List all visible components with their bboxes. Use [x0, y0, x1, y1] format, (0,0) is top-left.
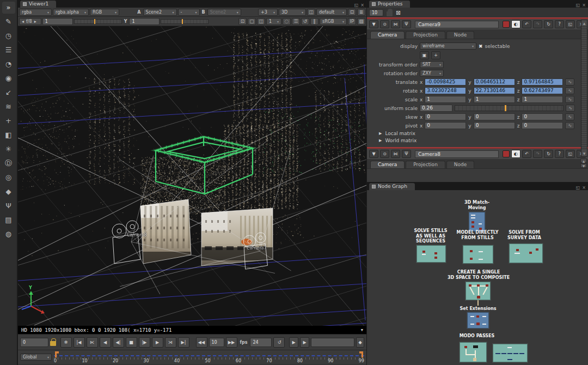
- toolsets-icon[interactable]: Ψ: [2, 200, 15, 212]
- merge-icon[interactable]: ≋: [2, 101, 15, 113]
- file-icon[interactable]: ▣: [420, 51, 429, 59]
- scanlines-icon[interactable]: ☰: [292, 18, 300, 25]
- close-pane-icon[interactable]: ×: [582, 185, 586, 190]
- loop-mode-button[interactable]: ↺: [273, 337, 285, 348]
- info-menu-arrow-icon[interactable]: ▼: [361, 328, 363, 332]
- fast-forward-button[interactable]: ▶▶: [226, 337, 237, 348]
- deep-icon[interactable]: Ⓓ: [2, 157, 15, 169]
- flipbook-selected-button[interactable]: ▶: [300, 337, 309, 348]
- wrench-icon[interactable]: Ψ: [402, 150, 411, 158]
- tab-projection[interactable]: Projection: [406, 161, 445, 168]
- help-icon[interactable]: ?: [555, 20, 564, 28]
- stamp-icon[interactable]: ◫: [307, 9, 315, 16]
- frame-range-dropdown[interactable]: Global: [20, 354, 52, 361]
- play-button[interactable]: ▶: [152, 337, 163, 348]
- scroll-down-icon[interactable]: ▼: [581, 150, 587, 156]
- node-thumbnail-modo-passes-1[interactable]: [460, 342, 487, 362]
- channel-icon[interactable]: ☰: [2, 44, 15, 56]
- pivot-z-field[interactable]: 0: [522, 122, 563, 129]
- draw-icon[interactable]: ✎: [2, 16, 15, 28]
- scroll-down-icon[interactable]: ▼: [580, 163, 587, 168]
- collapse-icon[interactable]: ▼: [369, 20, 378, 28]
- spin-left-icon[interactable]: ◂: [22, 19, 24, 24]
- tab-node-graph[interactable]: Node Graph: [369, 183, 415, 190]
- other-icon[interactable]: ▤: [2, 214, 15, 226]
- fps-field[interactable]: 24: [250, 338, 272, 347]
- proxy-dropdown[interactable]: 1: [266, 18, 281, 25]
- skew-x-field[interactable]: 0: [425, 113, 466, 120]
- metadata-icon[interactable]: ◆: [2, 186, 15, 198]
- node-thumbnail-match-moving[interactable]: [469, 212, 485, 232]
- world-matrix-row[interactable]: ▶ World matrix: [379, 138, 575, 143]
- skew-z-field[interactable]: 0: [522, 113, 563, 120]
- pivot-curve-icon[interactable]: ∿: [565, 122, 574, 129]
- revert-icon[interactable]: ↻: [544, 20, 553, 28]
- gamma-slider[interactable]: [161, 19, 209, 24]
- viewer-process-dropdown[interactable]: default: [316, 9, 347, 16]
- clear-panels-icon[interactable]: ⊠: [396, 9, 401, 16]
- gain-preset-dropdown[interactable]: +3: [258, 9, 278, 16]
- tab-node[interactable]: Node: [446, 31, 475, 39]
- lock-panels-icon[interactable]: [387, 11, 393, 16]
- skew-y-field[interactable]: 0: [474, 113, 515, 120]
- aperture-stepper[interactable]: ◂ f/8 ▸: [19, 18, 41, 25]
- scale-z-field[interactable]: 1: [522, 96, 563, 103]
- uniform-scale-curve-icon[interactable]: ∿: [566, 105, 575, 112]
- swatch-icon[interactable]: ⋈: [391, 20, 400, 28]
- spin-right-icon[interactable]: ▸: [34, 19, 36, 24]
- rotate-y-field[interactable]: 22.7130146: [474, 87, 515, 94]
- scroll-up-icon[interactable]: ▲: [580, 159, 587, 163]
- layout-icon[interactable]: ≣: [357, 9, 365, 16]
- display-dropdown[interactable]: wireframe: [420, 42, 476, 50]
- close-pane-icon[interactable]: ×: [360, 3, 364, 8]
- rotate-curve-icon[interactable]: ∿: [565, 87, 574, 94]
- revert-icon[interactable]: ↻: [544, 150, 553, 158]
- color-icon[interactable]: ◔: [2, 58, 15, 70]
- hatch-icon[interactable]: ▨: [357, 18, 365, 25]
- goto-end-button[interactable]: ▶|: [178, 337, 189, 348]
- center-node-icon[interactable]: ⊙: [380, 20, 389, 28]
- render-range-field[interactable]: [311, 338, 354, 347]
- scroll-up-icon[interactable]: ▲: [581, 20, 587, 26]
- pivot-x-field[interactable]: 0: [425, 122, 466, 129]
- wipe-mode-dropdown[interactable]: -: [178, 9, 200, 16]
- scale-curve-icon[interactable]: ∿: [565, 96, 574, 103]
- close-pane-icon[interactable]: ×: [582, 3, 586, 8]
- select-box-icon[interactable]: ⊡: [238, 18, 247, 25]
- float-pane-icon[interactable]: ◱: [576, 3, 580, 8]
- goto-start-button[interactable]: |◀: [74, 337, 85, 348]
- postage-stamp-icon[interactable]: ◐: [511, 20, 520, 28]
- panel-icon[interactable]: »: [2, 2, 15, 14]
- tab-properties[interactable]: Properties: [369, 1, 410, 8]
- colorspace-dropdown[interactable]: sRGB: [320, 18, 347, 25]
- expand-icon[interactable]: ▶: [379, 131, 382, 136]
- node-thumbnail-solve-survey[interactable]: [509, 244, 543, 263]
- prev-keyframe-button[interactable]: ⋉: [87, 337, 98, 348]
- node-graph-canvas[interactable]: 3D Match- Moving SOLVE STILLS AS WELL AS…: [367, 190, 588, 364]
- node-color-chip[interactable]: [503, 150, 510, 157]
- collapse-icon[interactable]: ▼: [369, 150, 378, 158]
- dashed-box-icon[interactable]: ▢: [248, 18, 256, 25]
- skew-curve-icon[interactable]: ∿: [565, 113, 574, 120]
- max-panels-field[interactable]: 10: [369, 9, 383, 16]
- gain-slider[interactable]: [74, 19, 122, 24]
- translate-y-field[interactable]: 0.06465112: [474, 78, 515, 86]
- tab-node[interactable]: Node: [446, 161, 475, 168]
- rotation-order-dropdown[interactable]: ZXY: [420, 70, 444, 77]
- undo-icon[interactable]: ↶: [522, 150, 531, 158]
- tab-viewer1[interactable]: Viewer1: [20, 1, 56, 8]
- input-b-dropdown[interactable]: Scene2: [207, 9, 241, 16]
- refresh-icon[interactable]: ↺: [301, 18, 309, 25]
- step-backward-button[interactable]: ◀|: [113, 337, 124, 348]
- selectable-checkbox[interactable]: ✖: [479, 44, 483, 49]
- keyer-icon[interactable]: ↙: [2, 87, 15, 99]
- uniform-scale-slider[interactable]: [455, 105, 564, 111]
- tab-projection[interactable]: Projection: [406, 31, 445, 39]
- transform-order-dropdown[interactable]: SRT: [420, 61, 444, 68]
- frame-lock-icon[interactable]: [50, 341, 56, 346]
- current-frame-field[interactable]: 0: [20, 338, 48, 347]
- local-matrix-row[interactable]: ▶ Local matrix: [379, 131, 575, 136]
- node-thumbnail-model-directly[interactable]: [463, 245, 493, 264]
- frame-increment-field[interactable]: 10: [209, 338, 224, 347]
- gain-field[interactable]: 1: [42, 18, 73, 25]
